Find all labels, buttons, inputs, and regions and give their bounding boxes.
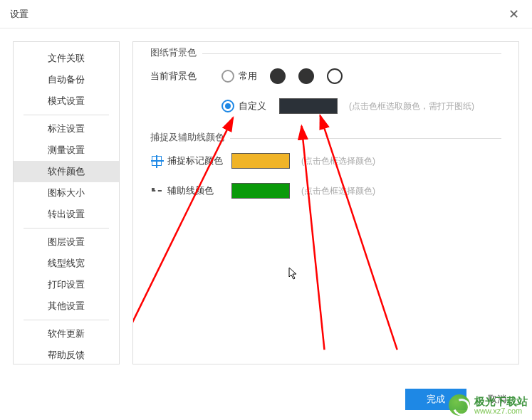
watermark-icon — [449, 394, 470, 416]
sidebar-item-layers[interactable]: 图层设置 — [14, 231, 119, 253]
label-aux-color: 辅助线颜色 — [167, 184, 231, 197]
radio-custom-label[interactable]: 自定义 — [239, 100, 266, 112]
sidebar-divider — [24, 228, 109, 229]
sidebar-item-update[interactable]: 软件更新 — [14, 323, 119, 345]
titlebar: 设置 ✕ — [0, 0, 532, 28]
sidebar-item-linetype[interactable]: 线型线宽 — [14, 253, 119, 274]
sidebar-item-feedback[interactable]: 帮助反馈 — [14, 345, 119, 366]
color-circle-3[interactable] — [327, 68, 343, 84]
custom-color-swatch[interactable] — [279, 98, 338, 114]
main-area: 文件关联 自动备份 模式设置 标注设置 测量设置 软件颜色 图标大小 转出设置 … — [0, 28, 532, 377]
label-mark-color: 捕捉标记颜色 — [167, 154, 231, 167]
sidebar-divider — [24, 320, 109, 320]
sidebar-item-auto-backup[interactable]: 自动备份 — [14, 69, 119, 90]
watermark: 极光下载站 www.xz7.com — [449, 394, 528, 416]
sidebar-item-measure[interactable]: 测量设置 — [14, 140, 119, 161]
sidebar-item-other[interactable]: 其他设置 — [14, 295, 119, 317]
auxline-icon — [150, 184, 163, 197]
content-panel: 图纸背景色 当前背景色 常用 自定义 (点击色框选取颜色，需打开图 — [132, 41, 519, 364]
sidebar-item-icon-size[interactable]: 图标大小 — [14, 182, 119, 204]
custom-color-hint: (点击色框选取颜色，需打开图纸) — [349, 100, 474, 112]
sidebar-item-software-color[interactable]: 软件颜色 — [14, 161, 119, 182]
label-current-bg: 当前背景色 — [150, 70, 207, 83]
cursor-icon — [288, 267, 298, 283]
sidebar-item-export[interactable]: 转出设置 — [14, 204, 119, 225]
group-snapcolor-title: 捕捉及辅助线颜色 — [150, 131, 230, 144]
color-circle-1[interactable] — [270, 68, 286, 84]
radio-common[interactable] — [221, 70, 234, 83]
aux-color-hint: (点击色框选择颜色) — [301, 185, 375, 197]
sidebar-item-print[interactable]: 打印设置 — [14, 274, 119, 295]
window-title: 设置 — [10, 8, 28, 21]
sidebar-item-file-assoc[interactable]: 文件关联 — [14, 48, 119, 69]
radio-common-label[interactable]: 常用 — [239, 70, 257, 83]
group-snapcolor: 捕捉及辅助线颜色 捕捉标记颜色 (点击色框选择颜色) 辅助线颜色 (点击色框选择… — [150, 138, 501, 199]
sidebar-item-mode[interactable]: 模式设置 — [14, 90, 119, 112]
sidebar: 文件关联 自动备份 模式设置 标注设置 测量设置 软件颜色 图标大小 转出设置 … — [13, 41, 120, 364]
group-bgcolor-title: 图纸背景色 — [150, 46, 202, 59]
sidebar-item-annotate[interactable]: 标注设置 — [14, 118, 119, 140]
radio-custom[interactable] — [221, 100, 234, 112]
group-bgcolor: 图纸背景色 当前背景色 常用 自定义 (点击色框选取颜色，需打开图 — [150, 53, 501, 114]
capture-icon — [150, 154, 163, 167]
watermark-url: www.xz7.com — [474, 406, 528, 415]
mark-color-hint: (点击色框选择颜色) — [301, 155, 375, 167]
close-icon[interactable]: ✕ — [505, 6, 522, 22]
mark-color-swatch[interactable] — [231, 153, 290, 169]
color-circle-2[interactable] — [298, 68, 314, 84]
aux-color-swatch[interactable] — [231, 183, 290, 199]
sidebar-divider — [24, 115, 109, 115]
